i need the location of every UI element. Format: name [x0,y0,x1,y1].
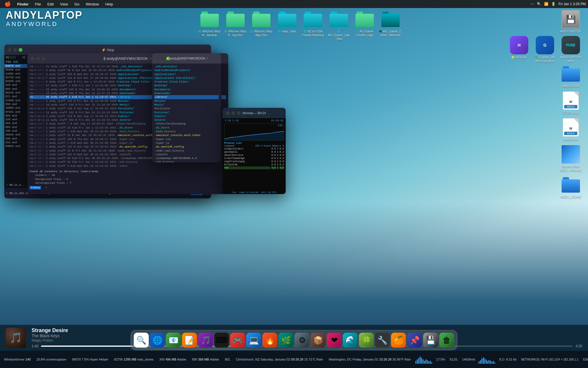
ls-minimize-btn[interactable] [36,57,40,60]
icon-hevga[interactable]: H HEVGA [508,36,531,63]
dock-app7[interactable]: ❤ [327,333,342,348]
menubar-search-icon[interactable]: 🔍 [537,2,541,6]
status-disk-label: 511G [450,358,457,361]
status-mds-val: 82756 [114,358,123,361]
apple-menu-icon[interactable]: 🍎 [2,0,13,8]
vtop-content[interactable]: 2.35 2.32 15:26:29 14% Process List Comm… [223,118,286,194]
icon-games-soul[interactable]: G Games_Wi the Soul alias [533,36,556,63]
vtop-min[interactable] [231,111,235,115]
menu-view[interactable]: View [58,0,70,8]
dock-app6[interactable]: 📦 [311,333,326,348]
finder-line: AndroidStudioProjects/ [154,68,219,72]
folder-nwjs-start[interactable]: nwjs_start [276,10,299,41]
folder-witches-paging[interactable]: Witches Way P...ing Dev [224,10,247,41]
finder-line: Applications/ [154,72,219,76]
vtop-close[interactable] [226,111,230,115]
menu-finder[interactable]: Finder [15,0,31,8]
folder-witches-appdev[interactable]: Witches Way App Dev [250,10,273,41]
folder-witches-backup[interactable]: Witches Way A...backup [198,10,221,41]
folder-nz-usa-banking[interactable]: NZ to USA Family Banking [301,10,324,41]
menu-go[interactable]: Go [72,0,82,8]
status-loc2-date: Friday, January 01 [353,358,378,361]
status-cpu-label: 17.5% [436,358,445,361]
menubar-datetime: Fri Jan 1 3:26 PM [558,2,586,6]
dock-app12[interactable]: 📌 [407,333,422,348]
dock-app5[interactable]: ⚙ [295,333,310,348]
icon-screenshot[interactable]: Screen Shot 2021-...PM.png [559,145,582,172]
menu-edit[interactable]: Edit [45,0,56,8]
finder-line: .zcompdump-ANDYMACBOOK-5.8 [154,156,219,160]
vtop-proc-cmd: LCompilerServ [224,147,270,150]
status-loc2-weather: Rain [404,358,411,361]
hevga-dot [512,56,514,58]
dock-safari[interactable]: 🌐 [150,333,165,348]
htop-maximize-btn[interactable] [19,48,22,52]
ls-help-button[interactable]: F1Help [30,186,41,189]
vtop-top-btn[interactable]: top [232,191,236,193]
vtop-col-mem: Memory % [272,145,284,147]
status-waveform [415,355,433,364]
htop-close-btn[interactable] [8,48,11,52]
dock-app10[interactable]: 🔧 [375,333,390,348]
ls-maximize-btn[interactable] [42,57,45,60]
dock-app1[interactable]: 🎮 [230,333,245,348]
icon-todo-docx[interactable]: W DOCX TODO.docx [559,91,582,115]
finder-title: ⚡ andy@ANDYMACBOOK:~ [165,57,208,60]
dock-terminal[interactable]: ⌨ [214,333,229,348]
status-adobe3-val: 901 [225,358,230,361]
ls-folders-count: Folders : 36 [35,173,226,177]
icon-andydata[interactable]: ANDYDATA [559,65,582,88]
dock-music[interactable]: 🎵 [198,333,213,348]
vtop-proc-count: 1 [277,163,278,166]
vtop-sort-btn[interactable]: Sort by CPU [261,191,276,193]
andylaptop-win-icon: FUSE [562,36,580,54]
menu-window[interactable]: Window [83,0,101,8]
vtop-jump-btn[interactable]: Jump to bottom [239,191,258,193]
vtop-proc-cpu: 0.0 [271,151,276,154]
dock-finder[interactable]: 🔍 [134,333,149,348]
finder-close[interactable] [156,57,159,60]
icon-notes-docx[interactable]: W DOCX notes.docx [559,118,582,141]
icon-andylaptop-hdd[interactable]: 💾 ANDYLAPTOP [559,10,582,33]
vtop-max[interactable] [237,111,241,115]
status-waveform2 [479,355,496,364]
vtop-proc-count: 1 [277,160,278,163]
folder-au-game-lab[interactable]: AU_Game_Lab_Dev [327,10,350,41]
status-loc2-temp: 35.96°F [392,358,404,361]
status-screencapture: 10.8% screencapture [35,358,67,361]
hevga-icon: H [510,36,528,54]
status-screen-pct: 10.8% [36,358,45,361]
icon-andy-icons[interactable]: ANDY_ICONS [559,176,582,199]
dock-app8[interactable]: 🌊 [343,333,358,348]
music-total-time: 4:20 [576,344,582,348]
icon-andylaptop-win[interactable]: FUSE ANDYLAPTOP WIN [559,36,582,63]
menu-help[interactable]: Help [103,0,115,8]
vtop-cpu-chart: 14% [224,123,284,141]
ls-close-btn[interactable] [31,57,34,60]
dock-trash[interactable]: 🗑 [439,333,454,348]
dock-app4[interactable]: 🌿 [278,333,293,348]
folder-au-game-center-logo[interactable]: AU Game Center Logo [353,10,376,41]
dock-app11[interactable]: 🍊 [391,333,406,348]
folder-au-game-center-website[interactable]: AU_Game_C enter_Website [379,10,402,41]
finder-content[interactable]: .zsh_sessions/ AndroidStudioProjects/ Ap… [152,64,221,162]
dock-app13[interactable]: 💾 [423,333,438,348]
menubar-battery: 🔋 [551,2,556,6]
menu-file[interactable]: File [33,0,43,8]
dock-mail[interactable]: 📧 [166,333,181,348]
dock-app3[interactable]: 🔥 [262,333,277,348]
dock-notes[interactable]: 📝 [182,333,197,348]
vtop-window[interactable]: /bin/vtop — 80×24 2.35 2.32 15:26:29 14%… [223,108,286,194]
folder-dot-4 [278,30,281,32]
vtop-proc-cmd: ppleSpell [224,151,270,154]
finder-min[interactable] [161,57,165,60]
dock-app9[interactable]: 🍀 [359,333,374,348]
status-window-server: WindowServer 140 [3,358,32,361]
finder-window[interactable]: ⚡ andy@ANDYMACBOOK:~ .zsh_sessions/ Andr… [152,53,221,162]
folder-dot-3 [250,30,253,32]
htop-minimize-btn[interactable] [13,48,17,52]
vtop-proc-mem: 0.0 [280,160,284,163]
status-adobe2: 890 368 MB Adobe [191,358,220,361]
dock-app2[interactable]: 💻 [246,333,261,348]
finder-line: .hyper.js [154,141,219,145]
